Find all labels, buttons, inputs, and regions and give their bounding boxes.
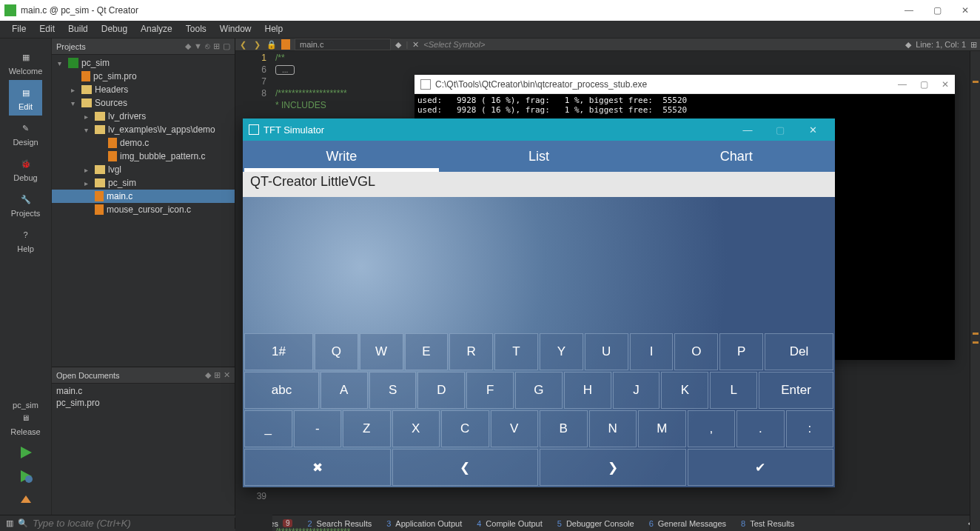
key-q[interactable]: Q: [315, 333, 358, 370]
dropdown-icon[interactable]: ◆: [185, 41, 191, 51]
key-w[interactable]: W: [360, 333, 403, 370]
tree-item[interactable]: ▸lvgl: [52, 163, 235, 176]
dropdown-icon[interactable]: ◆: [905, 40, 911, 50]
key-x[interactable]: X: [392, 410, 440, 447]
tree-item[interactable]: ▾Sources: [52, 96, 235, 110]
minimize-button[interactable]: —: [902, 5, 916, 16]
key-abc[interactable]: abc: [244, 372, 319, 409]
tft-tab-chart[interactable]: Chart: [637, 141, 835, 172]
overview-ruler[interactable]: [970, 51, 980, 531]
filter-icon[interactable]: ▼: [194, 41, 202, 51]
mode-help[interactable]: ?Help: [9, 222, 43, 258]
key-u[interactable]: U: [585, 333, 628, 370]
menu-tools[interactable]: Tools: [180, 22, 212, 36]
open-docs-list[interactable]: main.cpc_sim.pro: [52, 384, 235, 410]
tree-item[interactable]: pc_sim.pro: [52, 70, 235, 83]
key-f[interactable]: F: [466, 372, 514, 409]
maximize-button[interactable]: ▢: [930, 5, 944, 16]
close-panel-icon[interactable]: ✕: [224, 370, 230, 380]
maximize-button[interactable]: ▢: [920, 79, 928, 90]
key-r[interactable]: R: [449, 333, 493, 370]
tree-item[interactable]: demo.c: [52, 136, 235, 150]
key-m[interactable]: M: [638, 410, 686, 447]
key-t[interactable]: T: [494, 333, 538, 370]
close-button[interactable]: ✕: [796, 124, 829, 136]
kit-selector[interactable]: pc_sim 🖥 Release: [0, 396, 51, 441]
split-icon[interactable]: ⊞: [214, 370, 221, 380]
split-icon[interactable]: ⊞: [213, 41, 220, 51]
dropdown-icon[interactable]: ◆: [205, 370, 211, 380]
menu-file[interactable]: File: [6, 22, 32, 36]
symbol-dropdown[interactable]: <Select Symbol>: [423, 40, 485, 49]
panel-toggle-icon[interactable]: ▥: [6, 518, 13, 528]
key-z[interactable]: Z: [343, 410, 391, 447]
key-:[interactable]: :: [786, 410, 834, 447]
close-button[interactable]: ✕: [942, 79, 949, 90]
key-a[interactable]: A: [320, 372, 368, 409]
file-dropdown[interactable]: main.c: [295, 39, 391, 50]
key-y[interactable]: Y: [540, 333, 583, 370]
link-icon[interactable]: ⎋: [205, 41, 210, 51]
key-j[interactable]: J: [613, 372, 660, 409]
tree-item[interactable]: img_bubble_pattern.c: [52, 150, 235, 163]
menu-edit[interactable]: Edit: [33, 22, 61, 36]
lock-icon[interactable]: 🔒: [266, 40, 277, 50]
key-s[interactable]: S: [369, 372, 417, 409]
menu-window[interactable]: Window: [214, 22, 258, 36]
menu-help[interactable]: Help: [259, 22, 289, 36]
tft-text-input[interactable]: QT-Creator LittleVGL: [243, 172, 835, 197]
tree-item[interactable]: ▾lv_examples\lv_apps\demo: [52, 123, 235, 136]
dropdown-icon[interactable]: ◆: [395, 40, 401, 50]
collapse-icon[interactable]: ▢: [223, 41, 230, 51]
tft-tab-list[interactable]: List: [440, 141, 638, 172]
tft-simulator-window[interactable]: TFT Simulator — ▢ ✕ WriteListChart QT-Cr…: [243, 118, 835, 487]
key-_[interactable]: _: [244, 410, 292, 447]
mode-design[interactable]: ✎Design: [9, 116, 43, 151]
key-✖[interactable]: ✖: [244, 449, 391, 486]
menu-build[interactable]: Build: [62, 22, 94, 36]
key--[interactable]: -: [294, 410, 342, 447]
key-v[interactable]: V: [491, 410, 539, 447]
tree-item[interactable]: ▾pc_sim: [52, 56, 235, 70]
tft-titlebar[interactable]: TFT Simulator — ▢ ✕: [243, 118, 835, 141]
key-❮[interactable]: ❮: [392, 449, 539, 486]
key-✔[interactable]: ✔: [688, 449, 834, 486]
minimize-button[interactable]: —: [898, 79, 907, 90]
mode-projects[interactable]: 🔧Projects: [9, 187, 43, 222]
fold-badge[interactable]: ...: [275, 65, 295, 75]
project-tree[interactable]: ▾pc_simpc_sim.pro▸Headers▾Sources▸lv_dri…: [52, 55, 235, 367]
tft-tab-write[interactable]: Write: [243, 141, 440, 172]
mode-welcome[interactable]: ▦Welcome: [9, 44, 43, 80]
key-p[interactable]: P: [719, 333, 763, 370]
key-e[interactable]: E: [405, 333, 449, 370]
key-h[interactable]: H: [564, 372, 611, 409]
key-❯[interactable]: ❯: [540, 449, 686, 486]
tree-item[interactable]: main.c: [52, 190, 235, 203]
key-1#[interactable]: 1#: [244, 333, 313, 370]
key-l[interactable]: L: [710, 372, 757, 409]
key-k[interactable]: K: [661, 372, 708, 409]
key-c[interactable]: C: [441, 410, 489, 447]
key-enter[interactable]: Enter: [759, 372, 833, 409]
open-doc[interactable]: main.c: [56, 385, 230, 397]
tree-item[interactable]: ▸pc_sim: [52, 176, 235, 190]
tree-item[interactable]: mouse_cursor_icon.c: [52, 203, 235, 216]
close-button[interactable]: ✕: [958, 5, 973, 16]
tree-item[interactable]: ▸Headers: [52, 83, 235, 96]
tree-item[interactable]: ▸lv_drivers: [52, 110, 235, 123]
mode-edit[interactable]: ▤Edit: [9, 80, 43, 116]
mode-debug[interactable]: 🐞Debug: [9, 151, 43, 187]
close-file-icon[interactable]: ✕: [412, 40, 419, 50]
key-o[interactable]: O: [674, 333, 718, 370]
key-g[interactable]: G: [515, 372, 563, 409]
debug-button[interactable]: [0, 464, 51, 488]
open-doc[interactable]: pc_sim.pro: [56, 397, 230, 409]
key-d[interactable]: D: [417, 372, 465, 409]
key-b[interactable]: B: [540, 410, 588, 447]
run-button[interactable]: [0, 441, 51, 464]
console-titlebar[interactable]: C:\Qt\Tools\QtCreator\bin\qtcreator_proc…: [415, 75, 955, 94]
menu-debug[interactable]: Debug: [95, 22, 133, 36]
build-button[interactable]: [0, 488, 51, 512]
maximize-button[interactable]: ▢: [764, 124, 796, 136]
minimize-button[interactable]: —: [731, 124, 764, 136]
